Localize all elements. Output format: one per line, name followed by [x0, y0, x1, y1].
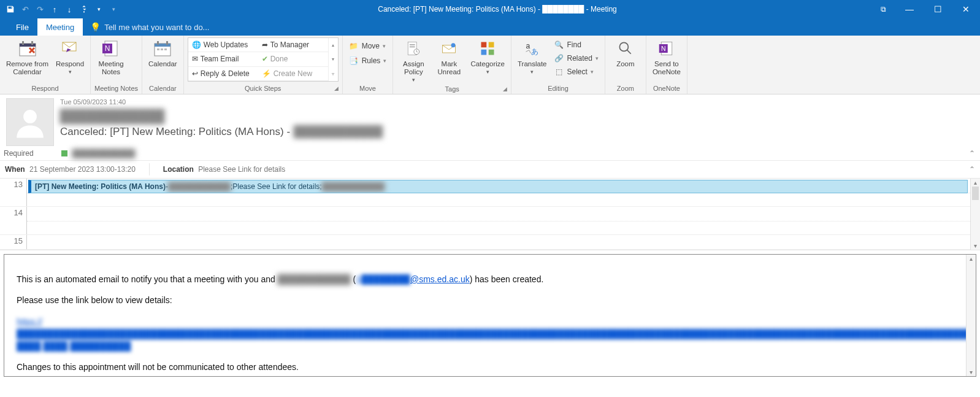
scroll-down-icon[interactable]: ▾: [967, 368, 976, 376]
next-item-icon[interactable]: ↓: [63, 2, 76, 16]
scroll-down-icon[interactable]: ▾: [329, 52, 338, 66]
previous-item-icon[interactable]: ↑: [48, 2, 61, 16]
pop-out-icon[interactable]: ⧉: [871, 0, 895, 18]
categorize-icon: [479, 38, 496, 59]
lightbulb-icon: 💡: [90, 22, 101, 32]
minimize-button[interactable]: —: [895, 0, 924, 18]
expand-chevron-icon[interactable]: ⌃: [969, 165, 975, 174]
attendee-email-link[interactable]: S████████@sms.ed.ac.uk: [356, 274, 469, 284]
calendar-cell[interactable]: [PT] New Meeting: Politics (MA Hons) - █…: [27, 179, 980, 206]
related-button[interactable]: 🔗Related▾: [552, 52, 601, 65]
divider: [149, 163, 150, 175]
svg-point-21: [451, 43, 456, 47]
svg-rect-14: [161, 48, 163, 50]
send-to-onenote-button[interactable]: N Send to OneNote: [650, 37, 683, 77]
respond-icon: [60, 38, 80, 59]
ribbon-group-quick-steps: 🌐Web Updates ➦To Manager ▴ ✉Team Email ✔…: [184, 36, 343, 94]
zoom-icon: [617, 38, 634, 59]
svg-rect-17: [410, 44, 415, 45]
redo-icon[interactable]: ↷: [33, 2, 47, 16]
remove-from-calendar-label: Remove from Calendar: [6, 60, 48, 76]
calendar-scrollbar[interactable]: ▴ ▾: [970, 179, 980, 250]
translate-button[interactable]: aあ Translate▾: [515, 37, 549, 76]
rules-button[interactable]: 📑Rules▾: [346, 54, 389, 67]
svg-point-28: [619, 42, 628, 51]
tab-file[interactable]: File: [7, 18, 37, 36]
undo-icon[interactable]: ↶: [18, 2, 32, 16]
scroll-up-icon[interactable]: ▴: [967, 255, 976, 263]
close-button[interactable]: ✕: [952, 0, 980, 18]
presence-indicator: [61, 150, 67, 156]
hour-label: 13: [0, 179, 27, 206]
quick-step-create-new[interactable]: ⚡Create New: [258, 67, 328, 81]
zoom-button[interactable]: Zoom: [609, 37, 642, 69]
dialog-launcher-icon[interactable]: ◢: [334, 85, 339, 91]
tell-me-placeholder: Tell me what you want to do...: [104, 23, 209, 32]
window-title: Canceled: [PT] New Meeting: Politics (MA…: [124, 5, 871, 13]
scroll-up-icon[interactable]: ▴: [329, 38, 338, 52]
ribbon-group-respond: Remove from Calendar Respond ▾ Respond: [0, 36, 91, 94]
calendar-cell[interactable]: [27, 207, 980, 234]
tell-me-search[interactable]: 💡 Tell me what you want to do...: [83, 22, 209, 32]
quick-steps-gallery[interactable]: 🌐Web Updates ➦To Manager ▴ ✉Team Email ✔…: [188, 37, 339, 82]
move-button[interactable]: 📁Move▾: [346, 39, 389, 53]
quick-step-web-updates[interactable]: 🌐Web Updates: [188, 38, 258, 52]
categorize-button[interactable]: Categorize▾: [468, 37, 507, 76]
body-scrollbar[interactable]: ▴ ▾: [966, 255, 976, 376]
expand-chevron-icon[interactable]: ⌃: [969, 149, 975, 158]
required-attendee: ████████████: [72, 149, 135, 158]
svg-rect-12: [166, 41, 168, 45]
policy-icon: [405, 38, 422, 59]
ribbon-group-move: 📁Move▾ 📑Rules▾ Move: [343, 36, 394, 94]
save-icon[interactable]: [4, 2, 17, 16]
body-paragraph: Changes to this appointment will not be …: [17, 361, 963, 373]
customize-qat-dropdown[interactable]: ▾: [92, 2, 105, 16]
quick-step-to-manager[interactable]: ➦To Manager: [258, 38, 328, 52]
mark-unread-button[interactable]: Mark Unread: [432, 37, 465, 77]
calendar-cell[interactable]: [27, 235, 980, 249]
quick-step-done[interactable]: ✔Done: [258, 52, 328, 66]
calendar-button[interactable]: Calendar: [146, 37, 180, 69]
assign-policy-button[interactable]: Assign Policy▾: [397, 37, 430, 84]
remove-from-calendar-button[interactable]: Remove from Calendar: [4, 37, 51, 77]
find-button[interactable]: 🔍Find: [552, 38, 601, 52]
appointment-item[interactable]: [PT] New Meeting: Politics (MA Hons) - █…: [28, 180, 968, 193]
categorize-label: Categorize: [470, 60, 505, 68]
meeting-link[interactable]: https://████████████████████████████████…: [17, 315, 963, 353]
select-button[interactable]: ⬚Select▾: [552, 65, 601, 79]
touch-mouse-mode-icon[interactable]: [77, 2, 91, 16]
rules-icon: 📑: [349, 56, 359, 65]
translate-label: Translate: [518, 60, 547, 68]
svg-text:a: a: [526, 42, 530, 50]
required-label: Required: [4, 149, 56, 158]
sender-name: ████████████: [60, 109, 974, 123]
calendar-remove-icon: [18, 38, 37, 59]
scroll-down-icon[interactable]: ▾: [971, 242, 980, 250]
calendar-preview: 13 [PT] New Meeting: Politics (MA Hons) …: [0, 178, 980, 250]
scrollbar-thumb[interactable]: [972, 187, 979, 200]
hour-label: 15: [0, 235, 27, 249]
lightning-icon: ⚡: [262, 69, 271, 78]
onenote-icon: N: [658, 38, 675, 59]
ribbon-group-label: Tags◢: [397, 84, 507, 94]
svg-rect-15: [164, 48, 167, 50]
assign-policy-label: Assign Policy: [403, 60, 424, 76]
quick-step-team-email[interactable]: ✉Team Email: [188, 52, 258, 66]
tab-meeting[interactable]: Meeting: [37, 18, 83, 36]
respond-button[interactable]: Respond ▾: [53, 37, 86, 76]
gallery-more-icon[interactable]: ▿: [329, 67, 338, 81]
ribbon-group-label: Meeting Notes: [94, 83, 138, 94]
svg-rect-13: [157, 48, 159, 50]
dialog-launcher-icon[interactable]: ◢: [503, 86, 507, 92]
meeting-notes-button[interactable]: N Meeting Notes: [94, 37, 128, 77]
zoom-label: Zoom: [616, 60, 634, 68]
maximize-button[interactable]: ☐: [924, 0, 952, 18]
translate-icon: aあ: [524, 38, 541, 59]
quick-step-reply-delete[interactable]: ↩Reply & Delete: [188, 67, 258, 81]
ribbon-group-editing: aあ Translate▾ 🔍Find 🔗Related▾ ⬚Select▾ E…: [511, 36, 605, 94]
ribbon-group-calendar: Calendar Calendar: [142, 36, 184, 94]
qat-overflow-icon[interactable]: ▾: [107, 2, 120, 16]
scroll-up-icon[interactable]: ▴: [971, 179, 980, 187]
titlebar: ↶ ↷ ↑ ↓ ▾ ▾ Canceled: [PT] New Meeting: …: [0, 0, 980, 18]
avatar: [6, 98, 54, 146]
